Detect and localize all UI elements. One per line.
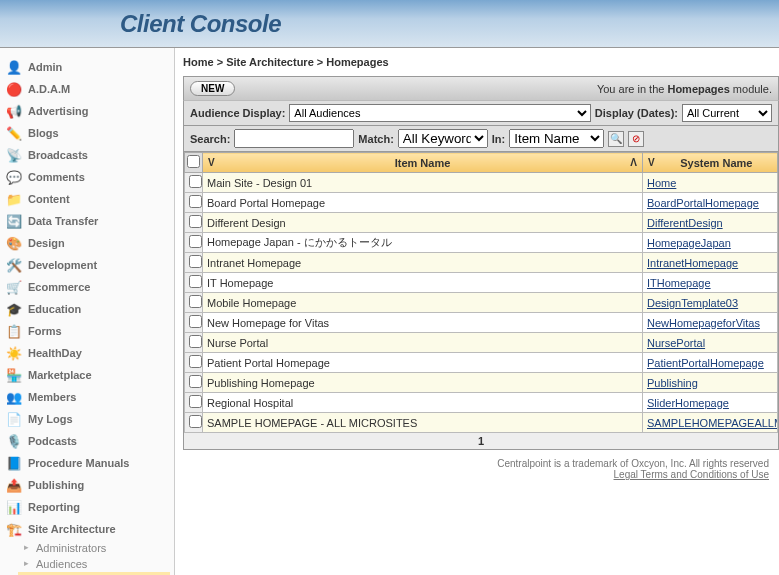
col-system-name[interactable]: V System Name — [643, 153, 778, 173]
sidebar-item-design[interactable]: 🎨Design — [4, 232, 170, 254]
row-checkbox[interactable] — [189, 195, 202, 208]
sidebar-item-ecommerce[interactable]: 🛒Ecommerce — [4, 276, 170, 298]
breadcrumb-l1[interactable]: Site Architecture — [226, 56, 314, 68]
system-name-link[interactable]: Home — [647, 177, 676, 189]
new-button[interactable]: NEW — [190, 81, 235, 96]
sidebar-item-education[interactable]: 🎓Education — [4, 298, 170, 320]
row-checkbox[interactable] — [189, 355, 202, 368]
row-checkbox[interactable] — [189, 375, 202, 388]
sidebar-item-reporting[interactable]: 📊Reporting — [4, 496, 170, 518]
system-name-link[interactable]: ITHomepage — [647, 277, 711, 289]
sidebar-item-a-d-a-m[interactable]: 🔴A.D.A.M — [4, 78, 170, 100]
in-select[interactable]: Item Name — [509, 129, 604, 148]
sidebar-item-publishing[interactable]: 📤Publishing — [4, 474, 170, 496]
sidebar-item-healthday[interactable]: ☀️HealthDay — [4, 342, 170, 364]
table-row[interactable]: Main Site - Design 01Home — [185, 173, 778, 193]
cell-system-name: NursePortal — [643, 333, 778, 353]
system-name-link[interactable]: SAMPLEHOMEPAGEALLM — [647, 417, 778, 429]
row-checkbox[interactable] — [189, 175, 202, 188]
system-name-link[interactable]: BoardPortalHomepage — [647, 197, 759, 209]
cell-item-name: Homepage Japan - にかかるトータル — [203, 233, 643, 253]
row-checkbox[interactable] — [189, 235, 202, 248]
table-row[interactable]: Regional HospitalSliderHomepage — [185, 393, 778, 413]
table-row[interactable]: Intranet HomepageIntranetHomepage — [185, 253, 778, 273]
system-name-link[interactable]: DesignTemplate03 — [647, 297, 738, 309]
table-row[interactable]: New Homepage for VitasNewHomepageforVita… — [185, 313, 778, 333]
row-checkbox[interactable] — [189, 215, 202, 228]
sidebar-item-forms[interactable]: 📋Forms — [4, 320, 170, 342]
sidebar-item-label: Data Transfer — [28, 215, 98, 227]
system-name-link[interactable]: IntranetHomepage — [647, 257, 738, 269]
table-row[interactable]: Mobile HomepageDesignTemplate03 — [185, 293, 778, 313]
row-checkbox-cell — [185, 413, 203, 433]
system-name-link[interactable]: PatientPortalHomepage — [647, 357, 764, 369]
sidebar-icon: 🏪 — [6, 367, 22, 383]
sidebar-icon: 👤 — [6, 59, 22, 75]
row-checkbox[interactable] — [189, 315, 202, 328]
row-checkbox[interactable] — [189, 335, 202, 348]
table-row[interactable]: Patient Portal HomepagePatientPortalHome… — [185, 353, 778, 373]
sidebar-icon: 🎨 — [6, 235, 22, 251]
sidebar-item-content[interactable]: 📁Content — [4, 188, 170, 210]
row-checkbox[interactable] — [189, 395, 202, 408]
sidebar-icon: 🛒 — [6, 279, 22, 295]
sidebar-item-label: Education — [28, 303, 81, 315]
sort-asc-icon[interactable]: Λ — [627, 157, 640, 168]
sidebar-item-advertising[interactable]: 📢Advertising — [4, 100, 170, 122]
sort-desc-icon[interactable]: V — [205, 157, 218, 168]
sidebar-item-blogs[interactable]: ✏️Blogs — [4, 122, 170, 144]
clear-icon[interactable]: ⊘ — [628, 131, 644, 147]
sidebar-item-development[interactable]: 🛠️Development — [4, 254, 170, 276]
search-input[interactable] — [234, 129, 354, 148]
system-name-link[interactable]: HomepageJapan — [647, 237, 731, 249]
footer-legal-link[interactable]: Legal Terms and Conditions of Use — [614, 469, 769, 480]
row-checkbox[interactable] — [189, 295, 202, 308]
col-item-name[interactable]: V Item Name Λ — [203, 153, 643, 173]
sidebar-icon: 📤 — [6, 477, 22, 493]
table-row[interactable]: Publishing HomepagePublishing — [185, 373, 778, 393]
search-label: Search: — [190, 133, 230, 145]
table-row[interactable]: Homepage Japan - にかかるトータルHomepageJapan — [185, 233, 778, 253]
row-checkbox[interactable] — [189, 275, 202, 288]
page-number[interactable]: 1 — [478, 435, 484, 447]
sidebar-icon: 📄 — [6, 411, 22, 427]
col-checkbox[interactable] — [185, 153, 203, 173]
system-name-link[interactable]: NewHomepageforVitas — [647, 317, 760, 329]
table-row[interactable]: SAMPLE HOMEPAGE - ALL MICROSITESSAMPLEHO… — [185, 413, 778, 433]
system-name-link[interactable]: DifferentDesign — [647, 217, 723, 229]
cell-system-name: NewHomepageforVitas — [643, 313, 778, 333]
sidebar-item-comments[interactable]: 💬Comments — [4, 166, 170, 188]
sidebar-item-procedure-manuals[interactable]: 📘Procedure Manuals — [4, 452, 170, 474]
breadcrumb-home[interactable]: Home — [183, 56, 214, 68]
row-checkbox-cell — [185, 313, 203, 333]
row-checkbox[interactable] — [189, 415, 202, 428]
audience-select[interactable]: All Audiences — [289, 104, 591, 122]
sidebar-item-members[interactable]: 👥Members — [4, 386, 170, 408]
sidebar-item-data-transfer[interactable]: 🔄Data Transfer — [4, 210, 170, 232]
sidebar-sub-administrators[interactable]: Administrators — [18, 540, 170, 556]
sidebar-icon: 📘 — [6, 455, 22, 471]
cell-item-name: Mobile Homepage — [203, 293, 643, 313]
sidebar-item-admin[interactable]: 👤Admin — [4, 56, 170, 78]
dates-select[interactable]: All Current — [682, 104, 772, 122]
match-select[interactable]: All Keywords — [398, 129, 488, 148]
search-icon[interactable]: 🔍 — [608, 131, 624, 147]
sidebar-item-podcasts[interactable]: 🎙️Podcasts — [4, 430, 170, 452]
sidebar-item-my-logs[interactable]: 📄My Logs — [4, 408, 170, 430]
table-row[interactable]: IT HomepageITHomepage — [185, 273, 778, 293]
sidebar-item-site-architecture[interactable]: 🏗️Site Architecture — [4, 518, 170, 540]
sidebar-item-marketplace[interactable]: 🏪Marketplace — [4, 364, 170, 386]
select-all-checkbox[interactable] — [187, 155, 200, 168]
table-row[interactable]: Nurse PortalNursePortal — [185, 333, 778, 353]
system-name-link[interactable]: Publishing — [647, 377, 698, 389]
sort-desc-icon[interactable]: V — [645, 157, 658, 168]
sidebar-item-broadcasts[interactable]: 📡Broadcasts — [4, 144, 170, 166]
table-row[interactable]: Different DesignDifferentDesign — [185, 213, 778, 233]
sidebar-sub-audiences[interactable]: Audiences — [18, 556, 170, 572]
row-checkbox[interactable] — [189, 255, 202, 268]
system-name-link[interactable]: NursePortal — [647, 337, 705, 349]
system-name-link[interactable]: SliderHomepage — [647, 397, 729, 409]
cell-system-name: Publishing — [643, 373, 778, 393]
table-row[interactable]: Board Portal HomepageBoardPortalHomepage — [185, 193, 778, 213]
sidebar-item-label: Broadcasts — [28, 149, 88, 161]
